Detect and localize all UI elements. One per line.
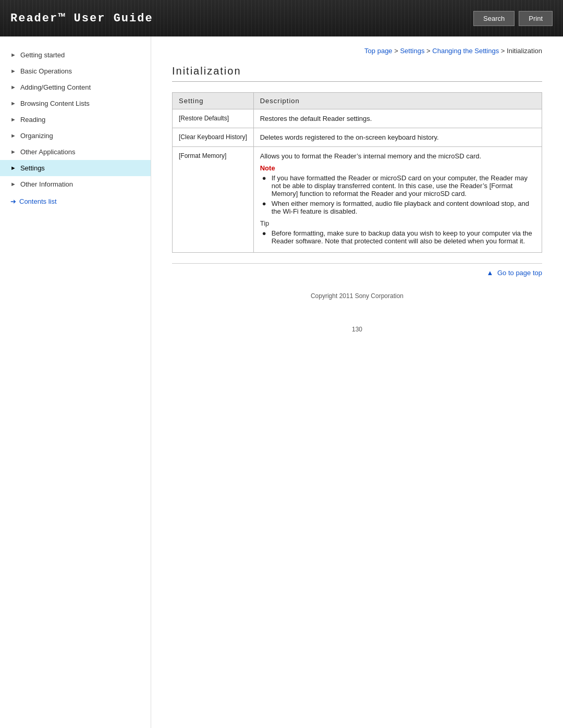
table-row: [Clear Keyboard History] Deletes words r… <box>173 128 542 147</box>
description-cell: Deletes words registered to the on-scree… <box>253 128 542 147</box>
table-row: [Format Memory] Allows you to format the… <box>173 147 542 253</box>
sidebar-item-reading[interactable]: ► Reading <box>0 112 151 128</box>
breadcrumb-settings[interactable]: Settings <box>400 47 424 55</box>
go-to-top-label: Go to page top <box>497 269 542 277</box>
breadcrumb-top[interactable]: Top page <box>364 47 393 55</box>
page-title: Initialization <box>172 65 542 82</box>
breadcrumb-changing[interactable]: Changing the Settings <box>432 47 499 55</box>
col-header-setting: Setting <box>173 93 254 109</box>
description-cell: Restores the default Reader settings. <box>253 109 542 128</box>
sidebar-item-basic-operations[interactable]: ► Basic Operations <box>0 63 151 79</box>
bullet-icon: ● <box>262 174 270 182</box>
tip-label: Tip <box>260 219 535 227</box>
format-main-text: Allows you to format the Reader’s intern… <box>260 152 535 160</box>
chevron-icon: ► <box>10 132 16 139</box>
copyright-text: Copyright 2011 Sony Corporation <box>172 292 542 310</box>
description-cell-format: Allows you to format the Reader’s intern… <box>253 147 542 253</box>
sidebar-item-browsing[interactable]: ► Browsing Content Lists <box>0 95 151 112</box>
tip-bullet-1: ● Before formatting, make sure to backup… <box>260 229 535 245</box>
arrow-up-icon: ▲ <box>486 269 493 277</box>
note-bullet-2: ● When either memory is formatted, audio… <box>260 200 535 215</box>
breadcrumb: Top page > Settings > Changing the Setti… <box>172 47 542 55</box>
setting-cell: [Format Memory] <box>173 147 254 253</box>
setting-cell: [Clear Keyboard History] <box>173 128 254 147</box>
col-header-description: Description <box>253 93 542 109</box>
go-to-top-link[interactable]: ▲ Go to page top <box>486 269 542 277</box>
header-buttons: Search Print <box>473 11 553 26</box>
table-row: [Restore Defaults] Restores the default … <box>173 109 542 128</box>
sidebar-item-other-applications[interactable]: ► Other Applications <box>0 144 151 160</box>
bullet-icon: ● <box>262 229 270 237</box>
chevron-icon: ► <box>10 181 16 187</box>
chevron-icon: ► <box>10 52 16 58</box>
sidebar-item-label: Settings <box>20 164 45 172</box>
sidebar-item-other-information[interactable]: ► Other Information <box>0 176 151 192</box>
search-button[interactable]: Search <box>473 11 515 26</box>
sidebar-item-label: Getting started <box>20 51 65 59</box>
sidebar-item-adding-content[interactable]: ► Adding/Getting Content <box>0 79 151 95</box>
sidebar-item-label: Reading <box>20 116 45 124</box>
header: Reader™ User Guide Search Print <box>0 0 563 36</box>
print-button[interactable]: Print <box>519 11 553 26</box>
sidebar-item-organizing[interactable]: ► Organizing <box>0 128 151 144</box>
sidebar-item-label: Other Information <box>20 180 73 188</box>
contents-list-link[interactable]: ➔ Contents list <box>0 192 151 211</box>
chevron-icon: ► <box>10 149 16 155</box>
chevron-icon: ► <box>10 68 16 74</box>
note-bullet-text: When either memory is formatted, audio f… <box>272 200 535 215</box>
note-label: Note <box>260 164 535 172</box>
setting-cell: [Restore Defaults] <box>173 109 254 128</box>
note-bullet-1: ● If you have formatted the Reader or mi… <box>260 174 535 198</box>
sidebar-item-label: Basic Operations <box>20 67 72 75</box>
sidebar-item-label: Other Applications <box>20 148 76 156</box>
note-bullet-text: If you have formatted the Reader or micr… <box>272 174 535 198</box>
main-layout: ► Getting started ► Basic Operations ► A… <box>0 36 563 728</box>
chevron-icon: ► <box>10 100 16 106</box>
sidebar-item-settings[interactable]: ► Settings <box>0 160 151 176</box>
sidebar-item-label: Organizing <box>20 132 53 140</box>
sidebar-item-getting-started[interactable]: ► Getting started <box>0 47 151 63</box>
sidebar: ► Getting started ► Basic Operations ► A… <box>0 36 151 728</box>
initialization-table: Setting Description [Restore Defaults] R… <box>172 92 542 253</box>
chevron-icon: ► <box>10 116 16 122</box>
bullet-icon: ● <box>262 200 270 207</box>
tip-bullet-text: Before formatting, make sure to backup d… <box>272 229 535 245</box>
content-area: Top page > Settings > Changing the Setti… <box>151 36 563 728</box>
page-number: 130 <box>172 326 542 333</box>
app-title: Reader™ User Guide <box>10 12 153 25</box>
sidebar-item-label: Browsing Content Lists <box>20 100 90 107</box>
sidebar-item-label: Adding/Getting Content <box>20 83 91 91</box>
breadcrumb-current: Initialization <box>507 47 542 55</box>
footer-nav: ▲ Go to page top <box>172 263 542 277</box>
chevron-icon: ► <box>10 165 16 171</box>
arrow-right-icon: ➔ <box>10 198 16 205</box>
chevron-icon: ► <box>10 84 16 90</box>
